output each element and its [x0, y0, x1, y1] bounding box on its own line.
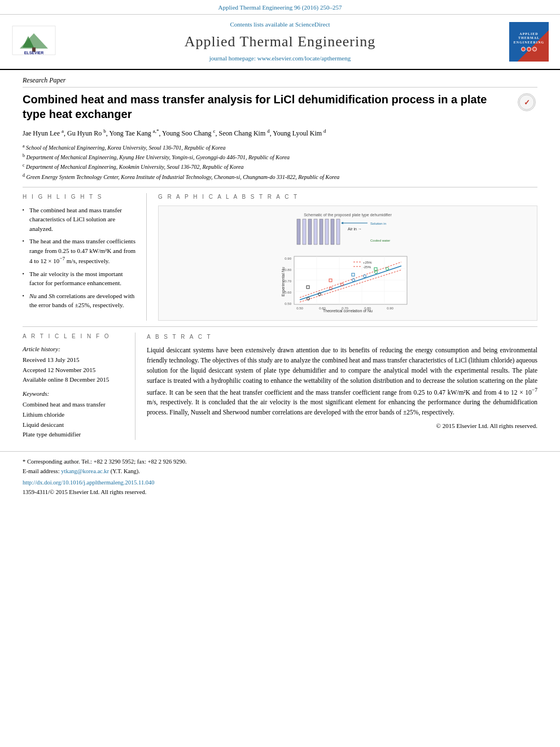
svg-text:0.70: 0.70: [342, 307, 348, 310]
journal-logo-box: APPLIEDTHERMALENGINEERING: [509, 22, 549, 62]
graphical-abstract-content: Schematic of the proposed plate type deh…: [163, 211, 532, 316]
graphical-abstract-area: Schematic of the proposed plate type deh…: [158, 206, 537, 321]
article-type: Research Paper: [23, 76, 537, 88]
article-title: Combined heat and mass transfer analysis…: [23, 92, 518, 121]
article-history-heading: Article history:: [23, 345, 126, 353]
footnote-area: * Corresponding author. Tel.: +82 2 3290…: [0, 451, 560, 503]
email-label: E-mail address:: [23, 468, 60, 474]
email-address[interactable]: ytkang@korea.ac.kr: [61, 468, 109, 474]
svg-rect-13: [325, 219, 329, 244]
svg-text:0.60: 0.60: [319, 307, 326, 310]
svg-rect-21: [294, 256, 407, 304]
affiliation-a: a School of Mechanical Engineering, Kore…: [23, 143, 537, 152]
journal-header-center: Contents lists available at ScienceDirec…: [68, 20, 492, 63]
issn-line: 1359-4311/© 2015 Elsevier Ltd. All right…: [23, 488, 537, 497]
svg-text:✓: ✓: [524, 98, 530, 107]
elsevier-logo-area: ELSEVIER: [11, 25, 62, 59]
svg-text:0.90: 0.90: [285, 257, 291, 260]
journal-homepage: journal homepage: www.elsevier.com/locat…: [68, 54, 492, 63]
svg-text:-25%: -25%: [363, 265, 371, 269]
email-line: E-mail address: ytkang@korea.ac.kr (Y.T.…: [23, 467, 537, 477]
highlights-graphical-section: H I G H L I G H T S The combined heat an…: [23, 187, 537, 321]
svg-text:0.50: 0.50: [285, 302, 291, 305]
plate-diagram-svg: Schematic of the proposed plate type deh…: [286, 211, 410, 250]
received-date: Received 13 July 2015: [23, 355, 126, 365]
highlight-item-4: Nu and Sh correlations are developed wit…: [23, 291, 138, 310]
highlight-item-3: The air velocity is the most important f…: [23, 269, 138, 288]
abstract-col: A B S T R A C T Liquid desiccant systems…: [147, 333, 537, 440]
authors-line: Jae Hyun Lee a, Gu Hyun Ro b, Yong Tae K…: [23, 127, 537, 139]
sciencedirect-link[interactable]: ScienceDirect: [295, 21, 330, 28]
keywords-list: Combined heat and mass transfer Lithium …: [23, 400, 126, 439]
highlights-list: The combined heat and mass transfer char…: [23, 206, 138, 310]
crossmark-icon: ✓: [518, 93, 536, 111]
svg-text:Schematic of the proposed plat: Schematic of the proposed plate type deh…: [304, 213, 392, 217]
chart-svg: Theoretical correlation of Nu Experiment…: [274, 254, 421, 316]
svg-text:ELSEVIER: ELSEVIER: [24, 51, 44, 55]
article-info-label: A R T I C L E I N F O: [23, 333, 126, 340]
svg-text:+25%: +25%: [363, 261, 372, 264]
keyword-4: Plate type dehumidifier: [23, 430, 126, 440]
affiliation-c: c Department of Mechanical Engineering, …: [23, 162, 537, 171]
keyword-3: Liquid desiccant: [23, 420, 126, 430]
affiliations: a School of Mechanical Engineering, Kore…: [23, 143, 537, 181]
svg-rect-8: [297, 219, 300, 244]
svg-text:0.80: 0.80: [364, 307, 371, 310]
svg-rect-14: [331, 219, 334, 244]
svg-rect-9: [303, 219, 306, 244]
svg-rect-12: [320, 219, 323, 244]
corresponding-author-text: * Corresponding author. Tel.: +82 2 3290…: [23, 458, 187, 465]
article-info-abstract-section: A R T I C L E I N F O Article history: R…: [23, 326, 537, 440]
elsevier-logo: ELSEVIER: [11, 25, 56, 56]
highlights-label: H I G H L I G H T S: [23, 193, 138, 201]
doi-link[interactable]: http://dx.doi.org/10.1016/j.applthermale…: [23, 479, 155, 486]
highlights-col: H I G H L I G H T S The combined heat an…: [23, 193, 147, 321]
logo-circle-3: [532, 47, 537, 51]
keyword-1: Combined heat and mass transfer: [23, 400, 126, 410]
keywords-heading: Keywords:: [23, 390, 126, 398]
svg-text:Air in →: Air in →: [348, 227, 362, 231]
crossmark-badge: ✓: [518, 93, 537, 113]
available-date: Available online 8 December 2015: [23, 375, 126, 385]
svg-text:0.50: 0.50: [296, 307, 303, 310]
logo-circle-1: [521, 47, 526, 51]
main-content: Research Paper Combined heat and mass tr…: [0, 70, 560, 445]
journal-top-bar: Applied Thermal Engineering 96 (2016) 25…: [0, 0, 560, 15]
svg-marker-2: [20, 33, 48, 49]
copyright-line: © 2015 Elsevier Ltd. All rights reserved…: [147, 421, 537, 431]
journal-header-right: APPLIEDTHERMALENGINEERING: [498, 22, 549, 62]
svg-text:0.70: 0.70: [285, 279, 291, 283]
doi-line: http://dx.doi.org/10.1016/j.applthermale…: [23, 478, 537, 488]
respectively-text: respectively: [160, 399, 191, 405]
article-info-col: A R T I C L E I N F O Article history: R…: [23, 333, 135, 440]
logo-circles: [521, 47, 537, 51]
contents-line: Contents lists available at ScienceDirec…: [68, 20, 492, 29]
affiliation-b: b Department of Mechanical Engineering, …: [23, 152, 537, 161]
svg-rect-10: [308, 219, 312, 244]
graphical-abstract-col: G R A P H I C A L A B S T R A C T Schema…: [158, 193, 537, 321]
journal-header: ELSEVIER Contents lists available at Sci…: [0, 15, 560, 69]
highlight-item-2: The heat and the mass transfer coefficie…: [23, 237, 138, 265]
article-dates: Received 13 July 2015 Accepted 12 Novemb…: [23, 355, 126, 385]
corresponding-author-note: * Corresponding author. Tel.: +82 2 3290…: [23, 457, 537, 467]
email-suffix: (Y.T. Kang).: [111, 468, 140, 474]
svg-text:0.90: 0.90: [387, 307, 393, 310]
svg-text:Cooled water: Cooled water: [370, 239, 390, 242]
abstract-paragraph: Liquid desiccant systems have been exten…: [147, 346, 537, 418]
homepage-link[interactable]: www.elsevier.com/locate/apthermeng: [257, 55, 351, 62]
graphical-abstract-label: G R A P H I C A L A B S T R A C T: [158, 193, 537, 201]
accepted-date: Accepted 12 November 2015: [23, 365, 126, 375]
page-wrapper: Applied Thermal Engineering 96 (2016) 25…: [0, 0, 560, 747]
svg-text:0.80: 0.80: [285, 268, 291, 272]
article-title-area: Combined heat and mass transfer analysis…: [23, 92, 537, 121]
svg-text:Solution in: Solution in: [370, 222, 386, 225]
highlight-item-1: The combined heat and mass transfer char…: [23, 206, 138, 234]
keyword-2: Lithium chloride: [23, 410, 126, 420]
affiliation-d: d Green Energy System Technology Center,…: [23, 172, 537, 181]
svg-text:0.60: 0.60: [285, 291, 291, 294]
logo-title: APPLIEDTHERMALENGINEERING: [514, 32, 544, 45]
abstract-text: Liquid desiccant systems have been exten…: [147, 346, 537, 418]
journal-title: Applied Thermal Engineering: [68, 32, 492, 52]
abstract-label: A B S T R A C T: [147, 333, 537, 342]
svg-rect-11: [314, 219, 317, 244]
